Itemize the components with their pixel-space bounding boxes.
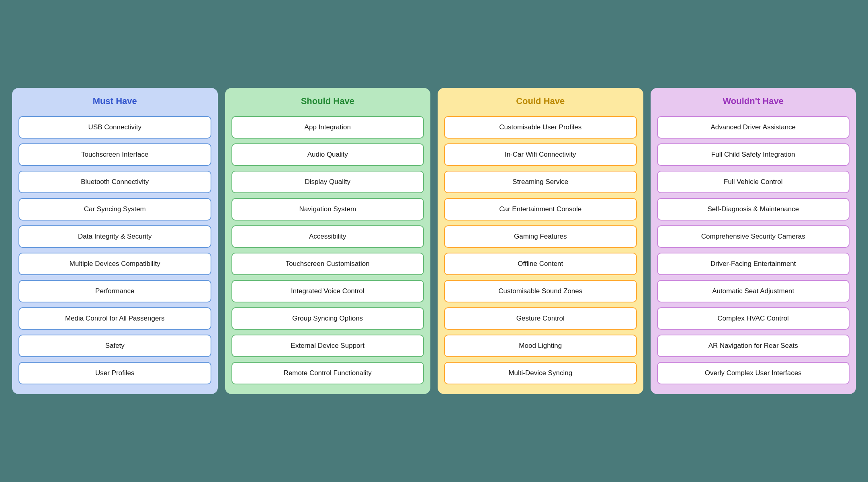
- card-could-6[interactable]: Customisable Sound Zones: [444, 280, 637, 302]
- card-wouldnt-1[interactable]: Full Child Safety Integration: [657, 143, 850, 166]
- card-should-8[interactable]: External Device Support: [231, 335, 424, 357]
- column-should: Should HaveApp IntegrationAudio QualityD…: [225, 88, 431, 394]
- column-header-wouldnt: Wouldn't Have: [657, 96, 850, 108]
- card-must-8[interactable]: Safety: [18, 335, 211, 357]
- card-could-9[interactable]: Multi-Device Syncing: [444, 362, 637, 384]
- card-must-5[interactable]: Multiple Devices Compatibility: [18, 253, 211, 275]
- card-should-1[interactable]: Audio Quality: [231, 143, 424, 166]
- kanban-board: Must HaveUSB ConnectivityTouchscreen Int…: [12, 88, 856, 394]
- card-wouldnt-7[interactable]: Complex HVAC Control: [657, 307, 850, 330]
- card-should-7[interactable]: Group Syncing Options: [231, 307, 424, 330]
- column-could: Could HaveCustomisable User ProfilesIn-C…: [438, 88, 643, 394]
- card-could-4[interactable]: Gaming Features: [444, 225, 637, 248]
- card-should-5[interactable]: Touchscreen Customisation: [231, 253, 424, 275]
- card-could-3[interactable]: Car Entertainment Console: [444, 198, 637, 221]
- items-list-should: App IntegrationAudio QualityDisplay Qual…: [231, 116, 424, 384]
- card-should-4[interactable]: Accessibility: [231, 225, 424, 248]
- column-wouldnt: Wouldn't HaveAdvanced Driver AssistanceF…: [651, 88, 856, 394]
- card-must-0[interactable]: USB Connectivity: [18, 116, 211, 139]
- card-must-1[interactable]: Touchscreen Interface: [18, 143, 211, 166]
- card-must-7[interactable]: Media Control for All Passengers: [18, 307, 211, 330]
- card-must-3[interactable]: Car Syncing System: [18, 198, 211, 221]
- card-wouldnt-0[interactable]: Advanced Driver Assistance: [657, 116, 850, 139]
- card-could-2[interactable]: Streaming Service: [444, 171, 637, 193]
- card-must-4[interactable]: Data Integrity & Security: [18, 225, 211, 248]
- card-wouldnt-9[interactable]: Overly Complex User Interfaces: [657, 362, 850, 384]
- card-should-6[interactable]: Integrated Voice Control: [231, 280, 424, 302]
- card-could-1[interactable]: In-Car Wifi Connectivity: [444, 143, 637, 166]
- card-could-7[interactable]: Gesture Control: [444, 307, 637, 330]
- card-should-0[interactable]: App Integration: [231, 116, 424, 139]
- card-wouldnt-3[interactable]: Self-Diagnosis & Maintenance: [657, 198, 850, 221]
- card-could-5[interactable]: Offline Content: [444, 253, 637, 275]
- card-must-9[interactable]: User Profiles: [18, 362, 211, 384]
- items-list-could: Customisable User ProfilesIn-Car Wifi Co…: [444, 116, 637, 384]
- card-must-2[interactable]: Bluetooth Connectivity: [18, 171, 211, 193]
- items-list-must: USB ConnectivityTouchscreen InterfaceBlu…: [18, 116, 211, 384]
- column-header-should: Should Have: [231, 96, 424, 108]
- column-must: Must HaveUSB ConnectivityTouchscreen Int…: [12, 88, 218, 394]
- card-wouldnt-4[interactable]: Comprehensive Security Cameras: [657, 225, 850, 248]
- card-wouldnt-2[interactable]: Full Vehicle Control: [657, 171, 850, 193]
- card-could-0[interactable]: Customisable User Profiles: [444, 116, 637, 139]
- card-should-2[interactable]: Display Quality: [231, 171, 424, 193]
- column-header-could: Could Have: [444, 96, 637, 108]
- column-header-must: Must Have: [18, 96, 211, 108]
- card-could-8[interactable]: Mood Lighting: [444, 335, 637, 357]
- card-wouldnt-5[interactable]: Driver-Facing Entertainment: [657, 253, 850, 275]
- card-should-3[interactable]: Navigation System: [231, 198, 424, 221]
- card-wouldnt-6[interactable]: Automatic Seat Adjustment: [657, 280, 850, 302]
- items-list-wouldnt: Advanced Driver AssistanceFull Child Saf…: [657, 116, 850, 384]
- card-should-9[interactable]: Remote Control Functionality: [231, 362, 424, 384]
- card-wouldnt-8[interactable]: AR Navigation for Rear Seats: [657, 335, 850, 357]
- card-must-6[interactable]: Performance: [18, 280, 211, 302]
